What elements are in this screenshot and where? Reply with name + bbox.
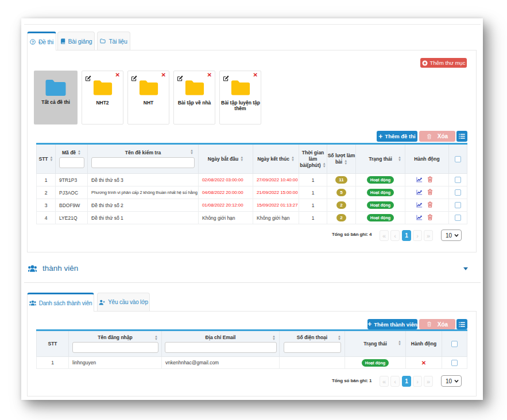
svg-text:?: ? — [32, 40, 34, 44]
